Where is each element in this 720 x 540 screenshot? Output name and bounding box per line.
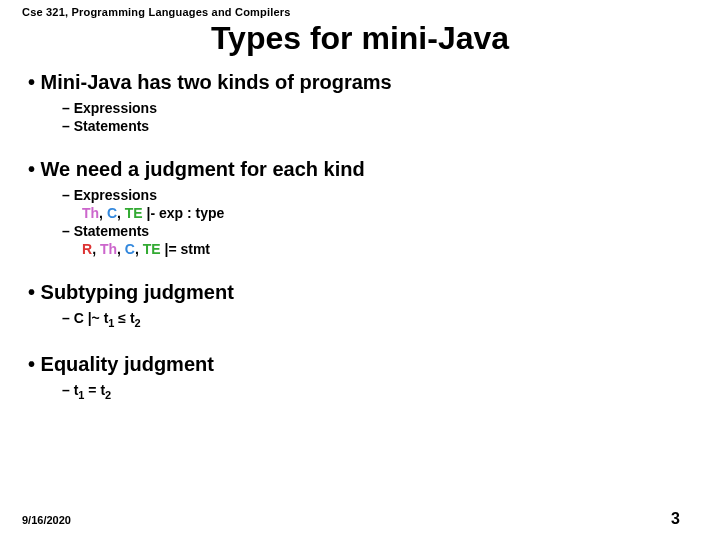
bullet-2-sub: Expressions Th, C, TE |- exp : type Stat…: [62, 187, 698, 257]
c-symbol: C: [125, 241, 135, 257]
bullet-2-sub-1-text: Expressions: [74, 187, 157, 203]
subscript-2: 2: [105, 389, 111, 401]
footer-page-number: 3: [671, 510, 680, 528]
bullet-2-sub-3: Statements: [62, 223, 698, 239]
c-symbol: C: [107, 205, 117, 221]
bullet-3: Subtyping judgment C |~ t1 ≤ t2: [28, 281, 698, 329]
bullet-3-text: Subtyping judgment: [41, 281, 234, 303]
slide-title: Types for mini-Java: [22, 20, 698, 57]
bullet-4-sub: t1 = t2: [62, 382, 698, 401]
bullet-1-sub-1-text: Expressions: [74, 100, 157, 116]
bullet-1-sub: Expressions Statements: [62, 100, 698, 134]
th-symbol: Th: [82, 205, 99, 221]
footer-date: 9/16/2020: [22, 514, 71, 526]
bullet-4-text: Equality judgment: [41, 353, 214, 375]
subtyping-pre: C |~ t: [74, 310, 109, 326]
bullet-1-text: Mini-Java has two kinds of programs: [41, 71, 392, 93]
te-symbol: TE: [143, 241, 161, 257]
judgment-stmt: R, Th, C, TE |= stmt: [82, 241, 698, 257]
bullet-4: Equality judgment t1 = t2: [28, 353, 698, 401]
comma: ,: [117, 241, 125, 257]
comma: ,: [99, 205, 107, 221]
course-header: Cse 321, Programming Languages and Compi…: [22, 6, 698, 18]
subtyping-line: C |~ t1 ≤ t2: [62, 310, 698, 329]
te-symbol: TE: [125, 205, 143, 221]
th-symbol: Th: [100, 241, 117, 257]
bullet-1: Mini-Java has two kinds of programs Expr…: [28, 71, 698, 134]
comma: ,: [135, 241, 143, 257]
bullet-2: We need a judgment for each kind Express…: [28, 158, 698, 257]
bullet-1-sub-2-text: Statements: [74, 118, 149, 134]
equality-line: t1 = t2: [62, 382, 698, 401]
judgment-exp: Th, C, TE |- exp : type: [82, 205, 698, 221]
bullet-2-sub-3-text: Statements: [74, 223, 149, 239]
bullet-1-sub-1: Expressions: [62, 100, 698, 116]
subtyping-mid: ≤ t: [114, 310, 134, 326]
slide: Cse 321, Programming Languages and Compi…: [0, 0, 720, 540]
bullet-1-sub-2: Statements: [62, 118, 698, 134]
bullet-2-sub-1: Expressions: [62, 187, 698, 203]
comma: ,: [117, 205, 125, 221]
bullet-2-text: We need a judgment for each kind: [41, 158, 365, 180]
judgment-stmt-tail: |= stmt: [161, 241, 210, 257]
subscript-2: 2: [135, 317, 141, 329]
bullet-list: Mini-Java has two kinds of programs Expr…: [28, 71, 698, 401]
comma: ,: [92, 241, 100, 257]
r-symbol: R: [82, 241, 92, 257]
bullet-3-sub: C |~ t1 ≤ t2: [62, 310, 698, 329]
judgment-exp-tail: |- exp : type: [143, 205, 225, 221]
equality-mid: = t: [84, 382, 105, 398]
